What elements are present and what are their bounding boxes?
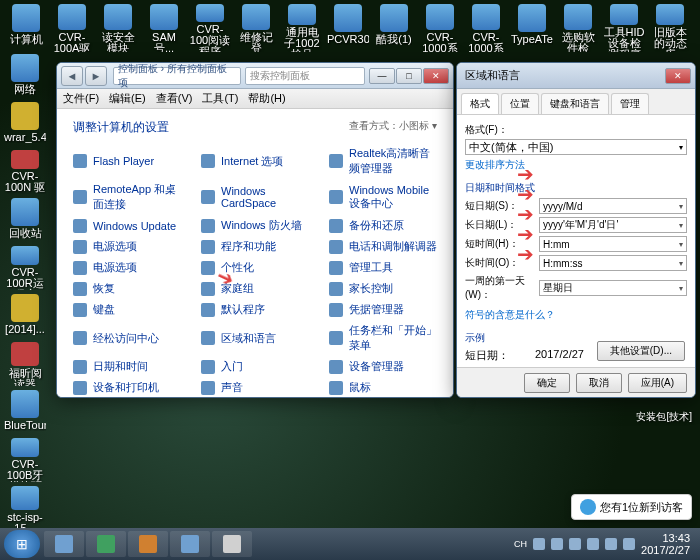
control-panel-item[interactable]: 声音	[201, 378, 309, 397]
desktop-icon[interactable]: 旧版本的动态库	[648, 4, 692, 52]
desktop-icon[interactable]: 维修记登	[234, 4, 278, 52]
desktop-icon[interactable]: stc-isp-15...	[4, 486, 46, 530]
control-panel-item[interactable]: Windows 防火墙	[201, 216, 309, 235]
search-input[interactable]: 搜索控制面板	[245, 67, 365, 85]
desktop-icon[interactable]: CVR-100阅读程序V3.1	[188, 4, 232, 52]
tray-icon[interactable]	[587, 538, 599, 550]
field-select[interactable]: yyyy'年'M'月'd'日'	[539, 217, 687, 233]
desktop-icon[interactable]: 工具HID设备检测程序	[602, 4, 646, 52]
desktop-icon[interactable]: BlueTour	[4, 390, 46, 434]
control-panel-item[interactable]: 凭据管理器	[329, 300, 437, 319]
desktop-icon[interactable]: CVR-100B牙模块驱	[4, 438, 46, 482]
field-select[interactable]: H:mm:ss	[539, 255, 687, 271]
desktop-icon[interactable]: SAM号...	[142, 4, 186, 52]
control-panel-item[interactable]: RemoteApp 和桌面连接	[73, 180, 181, 214]
control-panel-item[interactable]: 程序和功能	[201, 237, 309, 256]
cancel-button[interactable]: 取消	[576, 373, 622, 393]
control-panel-item[interactable]: 键盘	[73, 300, 181, 319]
control-panel-item[interactable]: 入门	[201, 357, 309, 376]
taskbar-app[interactable]	[128, 531, 168, 557]
tray-icon[interactable]	[623, 538, 635, 550]
menu-item[interactable]: 文件(F)	[63, 91, 99, 106]
tray-icon[interactable]	[569, 538, 581, 550]
start-button[interactable]: ⊞	[4, 530, 40, 558]
clock[interactable]: 13:432017/2/27	[641, 532, 690, 556]
forward-button[interactable]: ►	[85, 66, 107, 86]
control-panel-item[interactable]: 电话和调制解调器	[329, 237, 437, 256]
desktop-icon[interactable]: 计算机	[4, 4, 48, 52]
maximize-button[interactable]: □	[396, 68, 422, 84]
control-panel-item[interactable]: 电源选项	[73, 237, 181, 256]
tray-icon[interactable]	[533, 538, 545, 550]
control-panel-item[interactable]: 区域和语言	[201, 321, 309, 355]
control-panel-item[interactable]: 日期和时间	[73, 357, 181, 376]
taskbar-app[interactable]	[212, 531, 252, 557]
control-panel-item[interactable]: Windows Update	[73, 216, 181, 235]
menu-item[interactable]: 查看(V)	[156, 91, 193, 106]
view-mode[interactable]: 查看方式：小图标 ▾	[349, 119, 437, 133]
desktop-icon[interactable]: PCVR30	[326, 4, 370, 52]
control-panel-item[interactable]: 设备和打印机	[73, 378, 181, 397]
desktop-icon[interactable]: CVR-100A驱	[50, 4, 94, 52]
control-panel-item[interactable]: 备份和还原	[329, 216, 437, 235]
control-panel-item[interactable]: 家长控制	[329, 279, 437, 298]
item-icon	[329, 219, 343, 233]
apply-button[interactable]: 应用(A)	[628, 373, 687, 393]
control-panel-item[interactable]: Windows CardSpace	[201, 180, 309, 214]
format-select[interactable]: 中文(简体，中国)▾	[465, 139, 687, 155]
close-button[interactable]: ✕	[423, 68, 449, 84]
address-bar[interactable]: 控制面板 › 所有控制面板项	[113, 67, 241, 85]
control-panel-item[interactable]: Flash Player	[73, 144, 181, 178]
tab-管理[interactable]: 管理	[611, 93, 649, 114]
back-button[interactable]: ◄	[61, 66, 83, 86]
field-select[interactable]: 星期日	[539, 280, 687, 296]
dialog-close-button[interactable]: ✕	[665, 68, 691, 84]
titlebar[interactable]: ◄ ► 控制面板 › 所有控制面板项 搜索控制面板 — □ ✕	[57, 63, 453, 89]
menu-item[interactable]: 编辑(E)	[109, 91, 146, 106]
menu-item[interactable]: 工具(T)	[202, 91, 238, 106]
symbol-help-link[interactable]: 符号的含意是什么？	[465, 308, 555, 322]
tray-icon[interactable]	[605, 538, 617, 550]
ok-button[interactable]: 确定	[524, 373, 570, 393]
dialog-titlebar[interactable]: 区域和语言 ✕	[457, 63, 695, 89]
control-panel-item[interactable]: 默认程序	[201, 300, 309, 319]
control-panel-item[interactable]: Internet 选项	[201, 144, 309, 178]
tab-键盘和语言[interactable]: 键盘和语言	[541, 93, 609, 114]
tab-位置[interactable]: 位置	[501, 93, 539, 114]
desktop-icon[interactable]: TypeATest...	[510, 4, 554, 52]
menu-item[interactable]: 帮助(H)	[248, 91, 285, 106]
field-select[interactable]: yyyy/M/d	[539, 198, 687, 214]
control-panel-item[interactable]: 经松访问中心	[73, 321, 181, 355]
desktop-icon[interactable]: CVR-100N 驱02	[4, 150, 46, 194]
control-panel-item[interactable]: 任务栏和「开始」菜单	[329, 321, 437, 355]
desktop-icon[interactable]: 福昕阅读器	[4, 342, 46, 386]
desktop-icon[interactable]: CVR-1000系	[418, 4, 462, 52]
tray-icon[interactable]	[551, 538, 563, 550]
visitor-notification[interactable]: 您有1位新到访客	[571, 494, 692, 520]
taskbar-app[interactable]	[170, 531, 210, 557]
control-panel-item[interactable]: Realtek高清晰音频管理器	[329, 144, 437, 178]
control-panel-item[interactable]: 电源选项	[73, 258, 181, 277]
desktop-icon[interactable]: 回收站	[4, 198, 46, 242]
desktop-icon[interactable]: CVR-1000系	[464, 4, 508, 52]
taskbar-app[interactable]	[44, 531, 84, 557]
additional-settings-button[interactable]: 其他设置(D)...	[597, 341, 685, 361]
desktop-icon[interactable]: 网络	[4, 54, 46, 98]
desktop-icon[interactable]: wrar_5.40...	[4, 102, 46, 146]
desktop-icon[interactable]: 酷我(1)	[372, 4, 416, 52]
desktop-icon[interactable]: 通用电子1002检号	[280, 4, 324, 52]
control-panel-item[interactable]: Windows Mobile 设备中心	[329, 180, 437, 214]
control-panel-item[interactable]: 恢复	[73, 279, 181, 298]
taskbar-app[interactable]	[86, 531, 126, 557]
change-sort-link[interactable]: 更改排序方法	[465, 158, 525, 172]
field-select[interactable]: H:mm	[539, 236, 687, 252]
desktop-icon[interactable]: 读安全模块	[96, 4, 140, 52]
control-panel-item[interactable]: 设备管理器	[329, 357, 437, 376]
desktop-icon[interactable]: 选购软件检	[556, 4, 600, 52]
minimize-button[interactable]: —	[369, 68, 395, 84]
tab-格式[interactable]: 格式	[461, 93, 499, 114]
control-panel-item[interactable]: 管理工具	[329, 258, 437, 277]
desktop-icon[interactable]: [2014]...	[4, 294, 46, 338]
desktop-icon[interactable]: CVR-100R运程序	[4, 246, 46, 290]
control-panel-item[interactable]: 鼠标	[329, 378, 437, 397]
